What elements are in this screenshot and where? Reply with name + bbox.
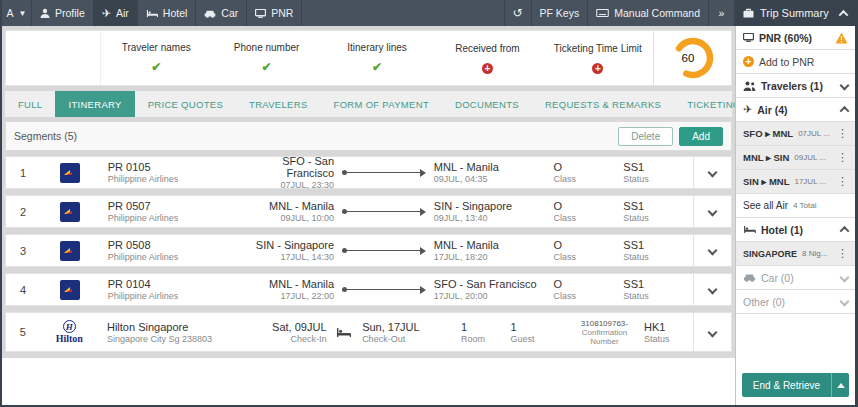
segment-number: 2 xyxy=(6,206,40,218)
panel-see-all-air[interactable]: See all Air 4 Total xyxy=(736,194,855,218)
chevron-down-icon xyxy=(708,207,718,217)
route-connector-icon xyxy=(334,169,434,177)
destination-datetime: 09JUL, 13:40 xyxy=(434,213,554,223)
chevron-down-icon xyxy=(840,81,850,91)
destination-datetime: 17JUL, 18:20 xyxy=(434,252,554,262)
panel-air-segment[interactable]: SFO ▸ MNL 07JUL ... ⋮ xyxy=(736,122,855,146)
expand-row-button[interactable] xyxy=(693,157,731,188)
segment-number: 5 xyxy=(6,326,40,338)
panel-air[interactable]: ✈ Air (4) xyxy=(736,98,855,122)
air-segment-row[interactable]: 4 PR 0104 Philippine Airlines MNL - Mani… xyxy=(5,273,732,306)
origin-city: SIN - Singapore xyxy=(234,239,334,251)
flight-number: PR 0507 xyxy=(108,200,235,212)
add-button[interactable]: Add xyxy=(679,127,723,146)
add-circle-icon[interactable]: + xyxy=(482,63,493,74)
topnav-hotel[interactable]: Hotel xyxy=(138,0,197,26)
trip-summary-header[interactable]: Trip Summary xyxy=(735,0,855,26)
kebab-menu-icon[interactable]: ⋮ xyxy=(837,176,848,187)
origin-city: SFO - San Francisco xyxy=(234,155,334,179)
airline-name: Philippine Airlines xyxy=(108,252,235,262)
booking-class: O Class xyxy=(554,161,624,184)
chevron-down-icon xyxy=(708,246,718,256)
origin-datetime: 07JUL, 23:30 xyxy=(234,180,334,190)
kebab-menu-icon[interactable]: ⋮ xyxy=(837,128,848,139)
checklist-label: Phone number xyxy=(234,42,300,53)
panel-travelers[interactable]: Travelers (1) xyxy=(736,74,855,98)
hotel-item-sub: 8 Nig... xyxy=(802,249,827,258)
hotel-brand-logo: H Hilton xyxy=(40,320,99,344)
checklist-received-from: Received from + xyxy=(432,31,542,85)
panel-air-label: Air (4) xyxy=(757,104,787,116)
chevron-up-icon xyxy=(839,9,849,19)
flight-number: PR 0508 xyxy=(108,239,235,251)
panel-car[interactable]: Car (0) xyxy=(736,266,855,290)
history-button[interactable]: ↺ xyxy=(504,0,532,26)
origin-datetime: 17JUL, 14:30 xyxy=(234,252,334,262)
air-segment-row[interactable]: 3 PR 0508 Philippine Airlines SIN - Sing… xyxy=(5,234,732,267)
check-out: Sun, 17JUL Check-Out xyxy=(362,321,461,344)
chevron-down-icon xyxy=(840,273,850,283)
topnav-air[interactable]: ✈ Air xyxy=(94,0,138,26)
check-icon: ✔ xyxy=(372,60,382,74)
tab-itinerary[interactable]: ITINERARY xyxy=(55,91,134,117)
flight-info: PR 0508 Philippine Airlines xyxy=(100,239,235,262)
app-menu-a[interactable]: A ▼ xyxy=(2,0,32,26)
delete-button[interactable]: Delete xyxy=(618,127,673,146)
expand-row-button[interactable] xyxy=(693,235,731,266)
tab-travelers[interactable]: TRAVELERS xyxy=(236,91,321,117)
hotel-segment-row[interactable]: 5 H Hilton Hilton Singapore Singapore Ci… xyxy=(5,312,732,352)
expand-row-button[interactable] xyxy=(693,196,731,227)
air-segment-row[interactable]: 1 PR 0105 Philippine Airlines SFO - San … xyxy=(5,156,732,189)
panel-air-segment[interactable]: SIN ▸ MNL 17JUL ... ⋮ xyxy=(736,170,855,194)
checklist-label: Received from xyxy=(455,43,519,54)
checklist-spacer xyxy=(6,31,101,85)
panel-pnr-row[interactable]: PNR (60%) xyxy=(736,26,855,50)
caret-down-icon: ▼ xyxy=(19,9,27,18)
end-and-retrieve-button[interactable]: End & Retrieve xyxy=(742,373,849,397)
panel-air-segment[interactable]: MNL ▸ SIN 09JUL ... ⋮ xyxy=(736,146,855,170)
kebab-menu-icon[interactable]: ⋮ xyxy=(837,248,848,259)
destination: SFO - San Francisco 17JUL, 20:00 xyxy=(434,278,554,301)
airline-name: Philippine Airlines xyxy=(108,174,235,184)
top-bar: A ▼ Profile ✈ Air Hotel Car xyxy=(2,0,855,26)
warning-icon xyxy=(835,32,848,44)
origin: SFO - San Francisco 07JUL, 23:30 xyxy=(234,155,334,190)
topnav-car[interactable]: Car xyxy=(196,0,247,26)
hotel-info: Hilton Singapore Singapore City Sg 23880… xyxy=(99,321,228,344)
chevron-up-icon xyxy=(840,226,850,236)
airline-logo xyxy=(40,163,100,183)
panel-add-to-pnr[interactable]: + Add to PNR xyxy=(736,50,855,74)
expand-row-button[interactable] xyxy=(693,274,731,305)
tab-requests-remarks[interactable]: REQUESTS & REMARKS xyxy=(532,91,674,117)
panel-other-label: Other (0) xyxy=(743,296,785,308)
tab-price-quotes[interactable]: PRICE QUOTES xyxy=(135,91,236,117)
panel-other[interactable]: Other (0) xyxy=(736,290,855,314)
topnav-pnr[interactable]: PNR xyxy=(247,0,302,26)
tab-full[interactable]: FULL xyxy=(5,91,55,117)
panel-hotel-label: Hotel (1) xyxy=(761,224,803,236)
air-segment-row[interactable]: 2 PR 0507 Philippine Airlines MNL - Mani… xyxy=(5,195,732,228)
panel-hotel[interactable]: Hotel (1) xyxy=(736,218,855,242)
kebab-menu-icon[interactable]: ⋮ xyxy=(837,152,848,163)
origin-datetime: 09JUL, 10:00 xyxy=(234,213,334,223)
segment-number: 3 xyxy=(6,245,40,257)
manual-command-button[interactable]: Manual Command xyxy=(588,0,709,26)
end-retrieve-dropdown-button[interactable] xyxy=(831,373,849,397)
pf-keys-button[interactable]: PF Keys xyxy=(532,0,589,26)
airline-logo xyxy=(40,241,100,261)
panel-hotel-item[interactable]: SINGAPORE 8 Nig... ⋮ xyxy=(736,242,855,266)
bed-icon xyxy=(327,327,363,338)
tab-documents[interactable]: DOCUMENTS xyxy=(442,91,532,117)
check-icon: ✔ xyxy=(151,60,161,74)
segments-title: Segments (5) xyxy=(14,130,77,142)
destination-city: SFO - San Francisco xyxy=(434,278,554,290)
pnr-completion-gauge: 60 xyxy=(653,31,731,85)
chevron-down-icon xyxy=(708,327,718,337)
more-tools-button[interactable]: » xyxy=(709,0,735,26)
flight-number: PR 0105 xyxy=(108,161,235,173)
topnav-profile[interactable]: Profile xyxy=(32,0,94,26)
add-circle-icon[interactable]: + xyxy=(592,63,603,74)
tab-form-of-payment[interactable]: FORM OF PAYMENT xyxy=(321,91,442,117)
expand-row-button[interactable] xyxy=(693,313,731,351)
destination-city: SIN - Singapore xyxy=(434,200,554,212)
